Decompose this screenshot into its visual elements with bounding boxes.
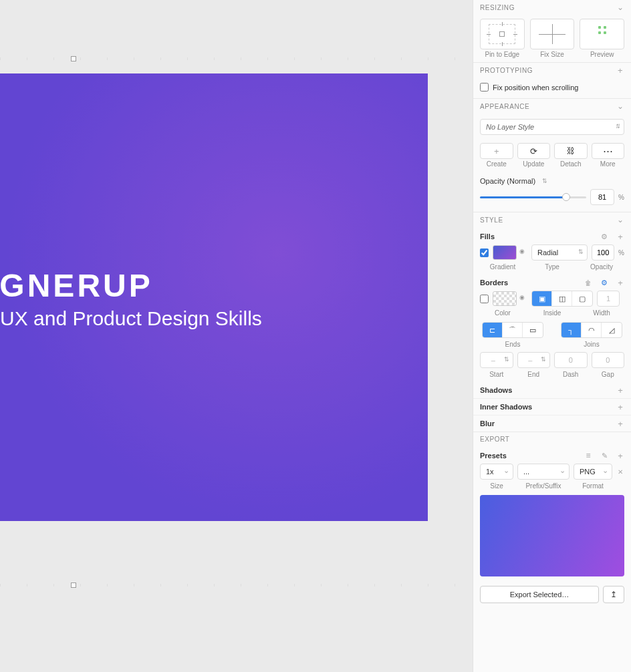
section-prototyping[interactable]: PROTOTYPING (473, 62, 631, 77)
export-format-select[interactable]: PNG (574, 464, 612, 480)
fix-size-button[interactable] (530, 19, 575, 49)
add-preset-icon[interactable] (616, 452, 624, 460)
add-border-icon[interactable] (616, 279, 624, 287)
sliders-icon[interactable] (584, 452, 592, 460)
pencil-icon[interactable] (600, 452, 608, 460)
selection-handle[interactable] (71, 56, 76, 61)
add-blur-icon[interactable] (616, 419, 624, 428)
format-value: PNG (580, 468, 596, 476)
border-color-swatch[interactable]: ◉ (493, 291, 517, 306)
add-shadow-icon[interactable] (616, 386, 624, 394)
gradient-swatch[interactable]: ◉ (493, 245, 517, 260)
border-center[interactable] (552, 291, 572, 306)
border-start-select[interactable]: – (480, 352, 513, 368)
border-position-segmented[interactable] (531, 291, 593, 307)
fixsize-label: Fix Size (540, 51, 564, 58)
style-detach-button[interactable] (554, 143, 588, 159)
gear-icon[interactable] (600, 232, 608, 240)
inside-label: Inside (543, 309, 561, 317)
join-round[interactable] (582, 323, 602, 337)
shadows-heading: Shadows (480, 386, 512, 394)
eyedropper-icon[interactable]: ◉ (519, 248, 525, 255)
detach-icon (567, 146, 575, 156)
section-style[interactable]: STYLE (473, 212, 631, 227)
fix-scroll-label: Fix position when scrolling (493, 83, 578, 92)
section-resizing[interactable]: RESIZING (473, 0, 631, 15)
border-dash-input[interactable] (554, 352, 588, 368)
export-button-label: Export Selected… (510, 591, 570, 599)
presets-heading: Presets (480, 452, 507, 460)
update-label: Update (523, 160, 544, 168)
size-label: Size (490, 482, 503, 490)
more-icon (603, 145, 613, 157)
cap-butt[interactable] (483, 323, 503, 337)
trash-icon[interactable] (584, 279, 592, 287)
dash-label: Dash (563, 371, 578, 378)
eyedropper-icon[interactable]: ◉ (519, 294, 525, 301)
join-miter[interactable] (561, 323, 582, 337)
border-gap-input[interactable] (592, 352, 625, 368)
plus-icon (493, 147, 501, 155)
fill-enabled-checkbox[interactable] (480, 248, 489, 257)
border-joins-segmented[interactable] (561, 322, 622, 338)
end-label: End (527, 371, 539, 378)
border-ends-segmented[interactable] (482, 322, 543, 338)
style-update-button[interactable] (517, 143, 551, 159)
updown-icon[interactable]: ⇅ (542, 178, 547, 184)
opacity-mode-label[interactable]: Opacity (Normal) (480, 177, 535, 185)
export-size-select[interactable]: 1x (480, 464, 513, 480)
section-export[interactable]: EXPORT (473, 432, 631, 446)
join-bevel[interactable] (602, 323, 622, 337)
border-end-select[interactable]: – (517, 352, 551, 368)
section-title: PROTOTYPING (480, 67, 533, 74)
artboard[interactable]: ESIGNERUP UX and Product Design Skills (0, 73, 428, 521)
percent-label: % (618, 194, 624, 201)
pin-to-edge-icon (489, 24, 515, 44)
selection-handle[interactable] (71, 582, 76, 588)
prefix-label: Prefix/Suffix (525, 482, 561, 490)
fill-opacity-input[interactable] (592, 244, 614, 261)
gear-icon[interactable] (600, 279, 608, 287)
opacity-slider[interactable] (480, 196, 586, 198)
border-width-input[interactable] (597, 291, 620, 307)
preview-label: Preview (590, 51, 614, 58)
add-fill-icon[interactable] (616, 232, 624, 240)
chevron-down-icon[interactable] (616, 102, 624, 110)
layer-style-value: No Layer Style (486, 123, 534, 131)
fix-scroll-checkbox[interactable] (480, 83, 489, 92)
section-appearance[interactable]: APPEARANCE (473, 98, 631, 114)
chevron-down-icon[interactable] (616, 216, 624, 224)
export-button[interactable]: Export Selected… (480, 586, 599, 603)
fill-type-value: Radial (537, 248, 558, 257)
chevron-down-icon[interactable] (616, 3, 624, 11)
fill-type-select[interactable]: Radial (531, 244, 588, 261)
detach-label: Detach (560, 160, 582, 168)
ends-label: Ends (505, 341, 521, 348)
add-inner-shadow-icon[interactable] (616, 403, 624, 411)
border-inside[interactable] (532, 291, 552, 306)
slider-thumb[interactable] (562, 193, 570, 201)
cap-square[interactable] (523, 323, 543, 337)
border-enabled-checkbox[interactable] (480, 295, 489, 303)
section-title: EXPORT (480, 436, 510, 443)
percent-label: % (618, 249, 624, 257)
cap-round[interactable] (503, 323, 523, 337)
style-more-button[interactable] (592, 143, 625, 159)
start-label: Start (489, 371, 503, 378)
pin-to-edge-button[interactable] (480, 19, 525, 49)
layer-style-select[interactable]: No Layer Style (480, 119, 624, 135)
resize-preview-button[interactable] (580, 19, 624, 49)
section-title: APPEARANCE (480, 103, 529, 110)
gap-label: Gap (602, 371, 614, 378)
share-button[interactable] (603, 586, 624, 603)
export-prefix-select[interactable]: ... (517, 464, 570, 480)
border-outside[interactable] (572, 291, 592, 306)
style-create-button[interactable] (480, 143, 513, 159)
opacity-label: Opacity (590, 263, 613, 271)
remove-preset-icon[interactable] (616, 468, 624, 476)
start-value: – (491, 356, 495, 364)
opacity-input[interactable] (590, 189, 614, 205)
fills-heading: Fills (480, 232, 495, 240)
add-icon[interactable] (616, 66, 624, 74)
canvas-area[interactable]: ESIGNERUP UX and Product Design Skills (0, 0, 473, 672)
